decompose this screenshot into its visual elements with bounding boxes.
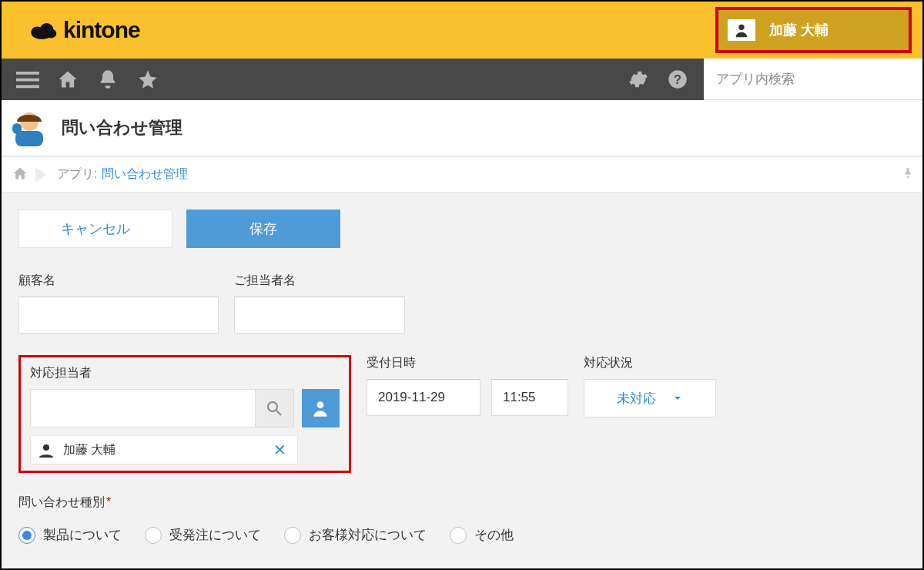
received-label: 受付日時 <box>367 355 568 371</box>
brand-text: kintone <box>63 17 140 43</box>
received-field: 受付日時 2019-11-29 11:55 <box>367 355 568 416</box>
status-label: 対応状況 <box>584 355 716 371</box>
contact-field: ご担当者名 <box>234 273 405 334</box>
status-dropdown[interactable]: 未対応 <box>584 379 716 417</box>
cloud-icon <box>29 20 57 40</box>
svg-point-18 <box>43 444 49 451</box>
app-search[interactable]: アプリ内検索 <box>704 59 922 100</box>
home-icon[interactable] <box>52 64 83 95</box>
menu-icon[interactable] <box>12 64 43 95</box>
record-form: キャンセル 保存 顧客名 ご担当者名 対応担当者 <box>2 193 922 568</box>
svg-rect-7 <box>16 86 39 89</box>
action-buttons: キャンセル 保存 <box>18 210 906 248</box>
customer-input[interactable] <box>18 297 219 334</box>
breadcrumb: アプリ: 問い合わせ管理 <box>2 157 922 193</box>
remove-chip-icon[interactable]: ✕ <box>269 441 291 459</box>
breadcrumb-prefix: アプリ: <box>57 166 97 183</box>
pin-icon[interactable] <box>901 166 915 183</box>
app-title-bar: 問い合わせ管理 <box>2 100 922 157</box>
status-field: 対応状況 未対応 <box>584 355 716 417</box>
svg-point-14 <box>268 402 277 411</box>
brand-logo: kintone <box>29 17 140 43</box>
inquiry-type-label: 問い合わせ種別* <box>18 495 906 511</box>
current-user-name: 加藤 大輔 <box>769 21 829 39</box>
breadcrumb-home-icon[interactable] <box>12 166 28 184</box>
assignee-chip-name: 加藤 大輔 <box>63 442 116 458</box>
assignee-field-highlight: 対応担当者 加藤 大輔 ✕ <box>18 355 351 473</box>
assignee-label: 対応担当者 <box>30 365 340 381</box>
search-icon[interactable] <box>255 390 293 427</box>
svg-line-15 <box>276 411 281 415</box>
assignee-chip: 加藤 大輔 ✕ <box>30 435 298 464</box>
app-title: 問い合わせ管理 <box>62 116 182 139</box>
breadcrumb-app-link[interactable]: 問い合わせ管理 <box>102 166 188 183</box>
svg-point-16 <box>317 401 324 408</box>
save-button[interactable]: 保存 <box>186 210 340 248</box>
svg-point-3 <box>33 30 52 39</box>
contact-label: ご担当者名 <box>234 273 405 289</box>
radio-product[interactable]: 製品について <box>18 526 122 544</box>
svg-point-4 <box>738 25 744 30</box>
assignee-search-input[interactable] <box>31 390 255 427</box>
gear-icon[interactable] <box>622 64 653 95</box>
app-avatar-icon <box>8 106 51 149</box>
svg-rect-5 <box>16 72 39 75</box>
user-avatar-icon <box>37 442 55 458</box>
received-time-input[interactable]: 11:55 <box>491 379 568 416</box>
user-avatar-icon <box>728 19 755 41</box>
brand-header: kintone 加藤 大輔 <box>2 2 922 59</box>
svg-rect-13 <box>12 123 22 134</box>
customer-field: 顧客名 <box>18 273 219 334</box>
status-value: 未対応 <box>617 390 656 407</box>
toolbar-left: ? <box>2 59 704 100</box>
svg-rect-12 <box>15 131 43 146</box>
radio-other[interactable]: その他 <box>450 526 514 544</box>
customer-label: 顧客名 <box>18 273 219 289</box>
bell-icon[interactable] <box>92 64 123 95</box>
user-picker-button[interactable] <box>302 389 340 428</box>
global-toolbar: ? アプリ内検索 <box>2 59 922 100</box>
cancel-button[interactable]: キャンセル <box>18 210 172 248</box>
svg-rect-6 <box>16 79 39 82</box>
star-icon[interactable] <box>132 64 163 95</box>
search-placeholder: アプリ内検索 <box>716 70 795 88</box>
chevron-down-icon <box>671 392 684 404</box>
help-icon[interactable]: ? <box>662 64 693 95</box>
current-user-pill[interactable]: 加藤 大輔 <box>715 7 912 53</box>
svg-text:?: ? <box>674 72 681 86</box>
radio-order[interactable]: 受発注について <box>145 526 261 544</box>
chevron-right-icon <box>35 167 46 183</box>
assignee-search-wrap <box>30 389 294 428</box>
radio-support[interactable]: お客様対応について <box>284 526 427 544</box>
contact-input[interactable] <box>234 297 405 334</box>
inquiry-type-field: 問い合わせ種別* 製品について 受発注について お客様対応について その他 <box>18 495 906 544</box>
received-date-input[interactable]: 2019-11-29 <box>367 379 480 416</box>
